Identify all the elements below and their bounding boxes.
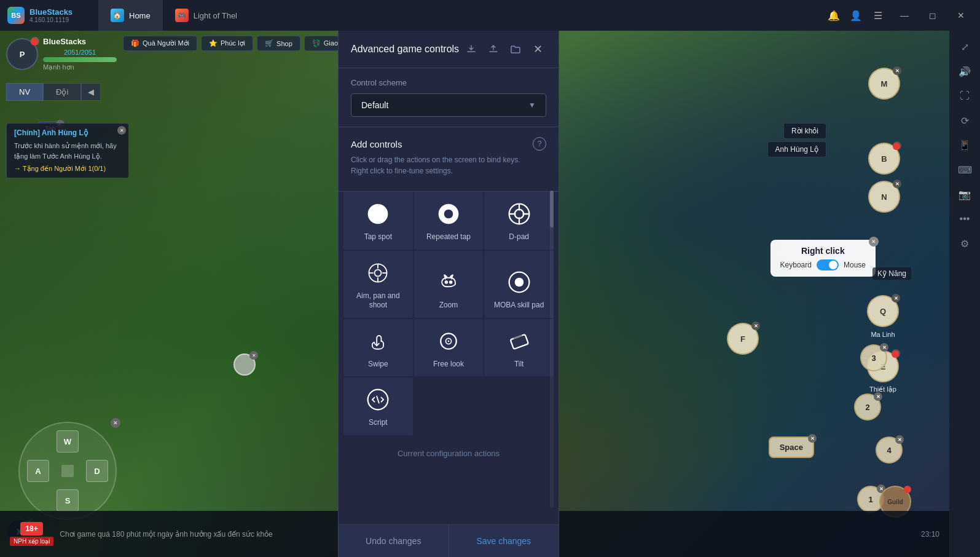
phone-icon[interactable]: 📱: [954, 134, 976, 156]
control-scheme-section: Control scheme Default ▼: [339, 68, 559, 127]
account-icon[interactable]: 👤: [846, 6, 866, 25]
tab-game[interactable]: 🎮 Light of Thel: [163, 0, 249, 31]
svg-point-6: [375, 269, 382, 276]
control-zoom[interactable]: Zoom: [414, 251, 484, 318]
advanced-controls-panel: Advanced game controls ✕ Control scheme: [338, 31, 559, 557]
tap-spot-label: Tap spot: [364, 232, 392, 242]
undo-button[interactable]: Undo changes: [339, 525, 449, 557]
tap-spot-icon: [364, 200, 391, 227]
bluestacks-version: 4.160.10.1119: [29, 17, 73, 23]
svg-point-2: [444, 210, 453, 219]
zoom-label: Zoom: [439, 301, 458, 310]
svg-point-14: [514, 278, 523, 287]
control-moba-skill-pad[interactable]: MOBA skill pad: [484, 251, 554, 318]
zoom-icon: [435, 269, 462, 296]
tab-home[interactable]: 🏠 Home: [98, 0, 163, 31]
maximize-button[interactable]: ◻: [919, 0, 947, 31]
expand-icon[interactable]: ⤢: [954, 36, 976, 58]
screenshot-icon[interactable]: 📷: [954, 183, 976, 205]
svg-point-12: [449, 280, 452, 283]
add-controls-desc: Click or drag the actions on the screen …: [351, 154, 546, 176]
close-button[interactable]: ✕: [947, 0, 975, 31]
control-repeated-tap[interactable]: Repeated tap: [414, 192, 484, 250]
panel-footer: Undo changes Save changes: [339, 524, 559, 557]
moba-skill-pad-label: MOBA skill pad: [494, 301, 544, 310]
top-bar: BS BlueStacks 4.160.10.1119 🏠 Home 🎮 Lig…: [0, 0, 980, 31]
scroll-thumb[interactable]: [550, 191, 554, 227]
svg-line-21: [377, 397, 380, 403]
svg-point-4: [514, 210, 523, 219]
dpad-label: D-pad: [509, 232, 529, 242]
dropdown-arrow-icon: ▼: [528, 101, 536, 109]
control-swipe[interactable]: Swipe: [343, 319, 413, 377]
repeated-tap-icon: [435, 200, 462, 227]
controls-grid: Tap spot Repeated tap D-pad: [339, 192, 559, 440]
swipe-label: Swipe: [368, 360, 388, 369]
game-tab-icon: 🎮: [175, 9, 189, 22]
scheme-dropdown[interactable]: Default ▼: [351, 93, 546, 117]
tilt-icon: [506, 328, 533, 355]
control-free-look[interactable]: Free look: [414, 319, 484, 377]
game-tab-label: Light of Thel: [194, 11, 237, 20]
script-label: Script: [369, 418, 388, 428]
bluestacks-logo: BS: [7, 7, 25, 24]
panel-title: Advanced game controls: [351, 44, 459, 55]
topbar-right: 🔔 👤 ☰ — ◻ ✕: [824, 0, 980, 31]
home-tab-label: Home: [129, 11, 151, 20]
control-aim-pan-shoot[interactable]: Aim, pan and shoot: [343, 251, 413, 318]
svg-point-0: [368, 204, 388, 224]
menu-icon[interactable]: ☰: [868, 6, 888, 25]
control-script[interactable]: Script: [343, 377, 413, 435]
export-icon[interactable]: [485, 41, 502, 58]
home-tab-icon: 🏠: [111, 9, 124, 22]
current-config-section: Current configuration actions: [339, 440, 559, 524]
svg-line-19: [513, 335, 522, 338]
control-scheme-label: Control scheme: [351, 78, 546, 87]
svg-point-17: [448, 340, 450, 342]
more-icon[interactable]: •••: [954, 208, 976, 230]
keyboard-icon[interactable]: ⌨: [954, 159, 976, 181]
panel-close-button[interactable]: ✕: [529, 41, 546, 58]
right-sidebar: ⤢ 🔊 ⛶ ⟳ 📱 ⌨ 📷 ••• ⚙: [949, 31, 980, 557]
aim-pan-shoot-label: Aim, pan and shoot: [348, 291, 408, 310]
panel-header-actions: ✕: [463, 41, 546, 58]
bluestacks-brand: BS BlueStacks 4.160.10.1119: [0, 7, 98, 24]
swipe-icon: [364, 328, 391, 355]
add-controls-section: Add controls ? Click or drag the actions…: [339, 127, 559, 192]
import-icon[interactable]: [463, 41, 480, 58]
bluestacks-name: BlueStacks: [29, 7, 73, 17]
add-controls-header: Add controls ?: [351, 137, 546, 151]
folder-icon[interactable]: [507, 41, 524, 58]
help-icon[interactable]: ?: [533, 137, 546, 151]
free-look-icon: [435, 328, 462, 355]
control-tap-spot[interactable]: Tap spot: [343, 192, 413, 250]
aim-pan-shoot-icon: [364, 259, 391, 286]
free-look-label: Free look: [433, 360, 464, 369]
volume-icon[interactable]: 🔊: [954, 60, 976, 82]
notification-icon[interactable]: 🔔: [824, 6, 844, 25]
svg-point-11: [445, 280, 448, 283]
settings-icon[interactable]: ⚙: [954, 232, 976, 255]
control-dpad[interactable]: D-pad: [484, 192, 554, 250]
fullscreen-icon[interactable]: ⛶: [954, 85, 976, 107]
scroll-track: [550, 191, 554, 508]
minimize-button[interactable]: —: [890, 0, 919, 31]
panel-header: Advanced game controls ✕: [339, 31, 559, 68]
script-icon: [364, 386, 391, 413]
dpad-icon: [506, 200, 533, 227]
scheme-value: Default: [361, 100, 388, 110]
add-controls-title: Add controls: [351, 139, 402, 149]
tilt-label: Tilt: [514, 360, 524, 369]
control-tilt[interactable]: Tilt: [484, 319, 554, 377]
moba-skill-pad-icon: [506, 269, 533, 296]
current-config-label: Current configuration actions: [351, 449, 546, 458]
repeated-tap-label: Repeated tap: [426, 232, 471, 242]
save-button[interactable]: Save changes: [449, 525, 559, 557]
window-controls: — ◻ ✕: [890, 0, 975, 31]
rotate-icon[interactable]: ⟳: [954, 109, 976, 132]
